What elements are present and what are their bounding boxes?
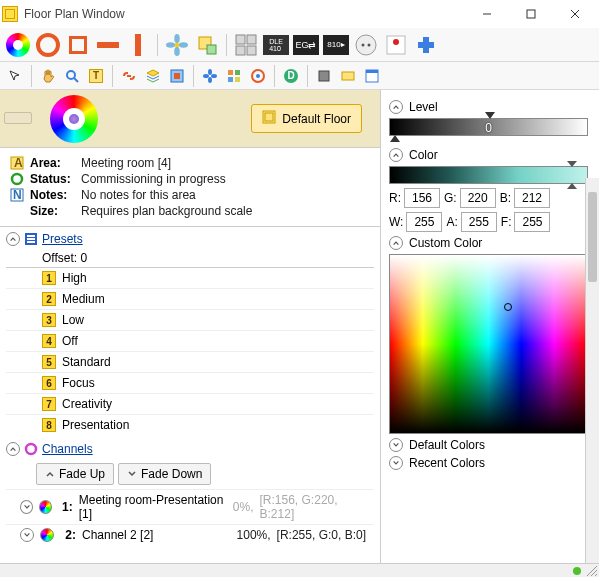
svg-point-13 — [362, 43, 365, 46]
svg-point-14 — [368, 43, 371, 46]
floorplan-canvas[interactable]: Default Floor — [0, 90, 380, 148]
svg-point-5 — [175, 42, 180, 47]
hand-tool-icon[interactable] — [37, 65, 59, 87]
preset-label: Presentation — [62, 418, 129, 432]
tool-panels-icon[interactable] — [232, 31, 260, 59]
default-colors-header[interactable]: Default Colors — [389, 438, 588, 452]
f-label: F: — [501, 215, 512, 229]
svg-point-47 — [26, 444, 36, 454]
tool-socket-icon[interactable] — [352, 31, 380, 59]
close-button[interactable] — [553, 0, 597, 28]
preset-label: Focus — [62, 376, 95, 390]
chevron-down-icon[interactable] — [389, 456, 403, 470]
color-strip-slider[interactable] — [389, 166, 588, 184]
g-input[interactable] — [460, 188, 496, 208]
tool-square[interactable] — [64, 31, 92, 59]
preset-row[interactable]: 2Medium — [6, 288, 374, 309]
tool-link-icon[interactable] — [118, 65, 140, 87]
level-value: 0 — [390, 119, 587, 137]
channel-icon — [39, 500, 52, 514]
a-input[interactable] — [461, 212, 497, 232]
preset-row[interactable]: 4Off — [6, 330, 374, 351]
tool-layers-icon[interactable] — [142, 65, 164, 87]
tool-d-icon[interactable]: D — [280, 65, 302, 87]
chevron-up-icon[interactable] — [389, 236, 403, 250]
preset-row[interactable]: 5Standard — [6, 351, 374, 372]
channel-name: Channel 2 [2] — [82, 528, 153, 542]
floor-tab-slot[interactable] — [4, 112, 32, 124]
tool-plus-blue-icon[interactable] — [412, 31, 440, 59]
level-slider[interactable]: 0 — [389, 118, 588, 144]
r-input[interactable] — [404, 188, 440, 208]
tool-dle-icon[interactable]: DLE410 — [262, 31, 290, 59]
tool-red-ring[interactable] — [34, 31, 62, 59]
channel-row[interactable]: 2: Channel 2 [2] 100%, [R:255, G:0, B:0] — [6, 524, 374, 545]
text-tool-icon[interactable]: T — [85, 65, 107, 87]
tool-hex-ring-icon[interactable] — [247, 65, 269, 87]
tool-vline[interactable] — [124, 31, 152, 59]
tool-fan-icon[interactable] — [163, 31, 191, 59]
default-floor-button[interactable]: Default Floor — [251, 104, 362, 133]
vertical-scrollbar[interactable] — [585, 178, 599, 563]
f-input[interactable] — [514, 212, 550, 232]
chevron-up-icon[interactable] — [389, 100, 403, 114]
custom-color-header[interactable]: Custom Color — [389, 236, 588, 250]
tool-hline[interactable] — [94, 31, 122, 59]
preset-row[interactable]: 7Creativity — [6, 393, 374, 414]
preset-label: Off — [62, 334, 78, 348]
tool-window-icon[interactable] — [361, 65, 383, 87]
preset-row[interactable]: 6Focus — [6, 372, 374, 393]
fade-up-button[interactable]: Fade Up — [36, 463, 114, 485]
chevron-up-icon[interactable] — [6, 232, 20, 246]
tool-red-dot-icon[interactable] — [382, 31, 410, 59]
tree-section: Presets Offset: 0 1High2Medium3Low4Off5S… — [0, 227, 380, 577]
tool-eg-icon[interactable]: EG⇄ — [292, 31, 320, 59]
fade-up-label: Fade Up — [59, 467, 105, 481]
slider-handle-icon[interactable] — [567, 183, 577, 189]
tool-plugin-icon[interactable] — [166, 65, 188, 87]
svg-point-22 — [208, 69, 212, 75]
tool-box-plus-icon[interactable] — [193, 31, 221, 59]
pointer-tool-icon[interactable] — [4, 65, 26, 87]
minimize-button[interactable] — [465, 0, 509, 28]
tool-box-icon[interactable] — [337, 65, 359, 87]
b-input[interactable] — [514, 188, 550, 208]
recent-colors-header[interactable]: Recent Colors — [389, 456, 588, 470]
tool-blue-fan-icon[interactable] — [199, 65, 221, 87]
fade-down-button[interactable]: Fade Down — [118, 463, 211, 485]
preset-row[interactable]: 1High — [6, 267, 374, 288]
channel-percent: 100%, — [237, 528, 271, 542]
tool-grid-icon[interactable] — [223, 65, 245, 87]
color-area-picker[interactable] — [389, 254, 588, 434]
chevron-down-icon[interactable] — [389, 438, 403, 452]
slider-handle-icon[interactable] — [485, 112, 495, 119]
presets-header[interactable]: Presets — [6, 229, 374, 249]
chevron-up-icon[interactable] — [6, 442, 20, 456]
zoom-tool-icon[interactable] — [61, 65, 83, 87]
slider-handle-icon[interactable] — [567, 161, 577, 167]
channel-id: 2: — [60, 528, 76, 542]
channel-percent: 0%, — [233, 500, 254, 514]
separator — [112, 65, 113, 87]
svg-rect-21 — [174, 73, 180, 79]
tool-810-icon[interactable]: 810▸ — [322, 31, 350, 59]
preset-row[interactable]: 8Presentation — [6, 414, 374, 435]
preset-number-badge: 7 — [42, 397, 56, 411]
svg-point-3 — [166, 42, 175, 48]
channel-row[interactable]: 1: Meeting room-Presentation [1] 0%, [R:… — [6, 489, 374, 524]
color-marker-icon[interactable] — [504, 303, 512, 311]
channels-header[interactable]: Channels — [6, 439, 374, 459]
chevron-down-icon[interactable] — [20, 528, 34, 542]
chevron-up-icon[interactable] — [389, 148, 403, 162]
chevron-down-icon[interactable] — [20, 500, 33, 514]
tool-chip-icon[interactable] — [313, 65, 335, 87]
separator — [307, 65, 308, 87]
w-input[interactable] — [406, 212, 442, 232]
resize-grip-icon[interactable] — [587, 566, 597, 576]
color-header[interactable]: Color — [389, 148, 588, 162]
tool-rainbow-ring[interactable] — [4, 31, 32, 59]
area-label: Area: — [30, 156, 75, 170]
fixture-rainbow-icon[interactable] — [50, 95, 98, 143]
maximize-button[interactable] — [509, 0, 553, 28]
preset-row[interactable]: 3Low — [6, 309, 374, 330]
